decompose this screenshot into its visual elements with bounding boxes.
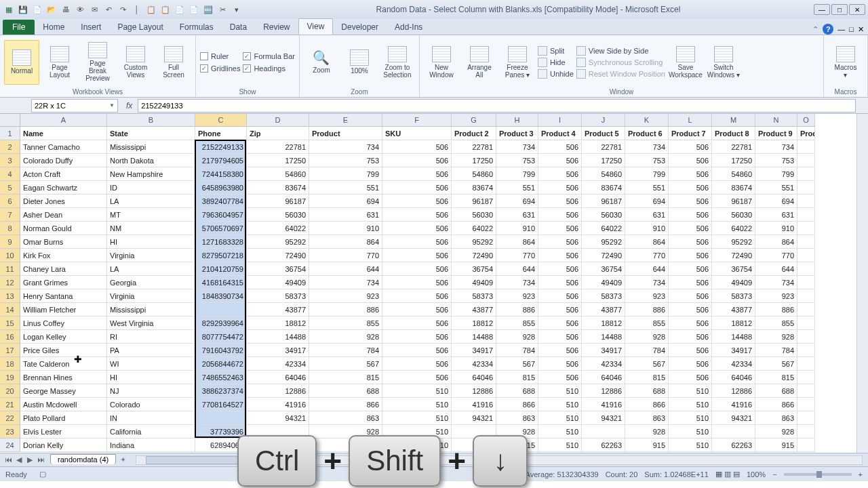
zoom-button[interactable]: 🔍Zoom bbox=[304, 40, 339, 85]
data-cell[interactable]: 863 bbox=[625, 411, 669, 425]
data-cell[interactable]: 506 bbox=[538, 195, 582, 208]
row-header[interactable]: 14 bbox=[0, 303, 20, 317]
data-cell[interactable] bbox=[797, 384, 815, 398]
ribbon-tab-insert[interactable]: Insert bbox=[73, 20, 109, 35]
data-cell[interactable]: 928 bbox=[309, 330, 382, 344]
data-cell[interactable]: Omar Burns bbox=[20, 235, 107, 249]
data-cell[interactable]: 784 bbox=[755, 344, 797, 357]
data-cell[interactable]: 644 bbox=[496, 262, 538, 276]
data-cell[interactable]: 49409 bbox=[582, 276, 625, 289]
data-cell[interactable]: 799 bbox=[625, 167, 669, 181]
data-cell[interactable]: 18812 bbox=[452, 317, 496, 330]
vertical-scrollbar[interactable] bbox=[856, 114, 868, 453]
data-cell[interactable]: 18812 bbox=[712, 317, 755, 330]
zoom-slider[interactable] bbox=[784, 473, 852, 476]
row-header[interactable]: 24 bbox=[0, 439, 20, 452]
qa-icon[interactable]: 📄 bbox=[174, 3, 186, 16]
header-cell[interactable]: Product 2 bbox=[452, 127, 496, 140]
data-cell[interactable] bbox=[797, 411, 815, 425]
header-cell[interactable]: Product 7 bbox=[669, 127, 712, 140]
excel-icon[interactable]: ▦ bbox=[3, 3, 15, 16]
data-cell[interactable] bbox=[797, 222, 815, 235]
data-cell[interactable]: 688 bbox=[625, 384, 669, 398]
data-cell[interactable] bbox=[797, 303, 815, 317]
data-cell[interactable]: 22781 bbox=[712, 140, 755, 154]
data-cell[interactable]: 54860 bbox=[247, 167, 309, 181]
row-header[interactable]: 16 bbox=[0, 330, 20, 344]
header-cell[interactable]: Product 3 bbox=[496, 127, 538, 140]
data-cell[interactable]: 815 bbox=[625, 371, 669, 384]
qa-icon[interactable]: 📄 bbox=[188, 3, 200, 16]
data-cell[interactable]: 506 bbox=[538, 262, 582, 276]
data-cell[interactable]: 72490 bbox=[582, 249, 625, 262]
data-cell[interactable]: 886 bbox=[625, 303, 669, 317]
data-cell[interactable]: 815 bbox=[496, 371, 538, 384]
ribbon-tab-review[interactable]: Review bbox=[255, 20, 298, 35]
data-cell[interactable]: 56030 bbox=[452, 208, 496, 222]
spreadsheet-grid[interactable]: ABCDEFGHIJKLMNO 123456789101112131415161… bbox=[0, 114, 868, 453]
data-cell[interactable] bbox=[797, 276, 815, 289]
header-cell[interactable]: Product 8 bbox=[712, 127, 755, 140]
data-cell[interactable]: LA bbox=[107, 262, 195, 276]
page-break-button[interactable]: Page Break Preview bbox=[80, 40, 115, 85]
data-cell[interactable]: 567 bbox=[755, 357, 797, 371]
data-cell[interactable]: California bbox=[107, 425, 195, 439]
save-workspace-button[interactable]: Save Workspace bbox=[668, 40, 703, 85]
data-cell[interactable]: 734 bbox=[496, 276, 538, 289]
data-cell[interactable]: 43877 bbox=[582, 303, 625, 317]
data-cell[interactable]: 4168164315 bbox=[195, 276, 247, 289]
data-cell[interactable]: 886 bbox=[496, 303, 538, 317]
header-cell[interactable]: Product 9 bbox=[755, 127, 797, 140]
row-header[interactable]: 5 bbox=[0, 181, 20, 195]
data-cell[interactable]: 95292 bbox=[452, 235, 496, 249]
header-cell[interactable]: Product bbox=[309, 127, 382, 140]
col-header[interactable]: O bbox=[797, 114, 815, 127]
data-cell[interactable]: 855 bbox=[625, 317, 669, 330]
header-cell[interactable]: Name bbox=[20, 127, 107, 140]
data-cell[interactable]: Asher Dean bbox=[20, 208, 107, 222]
data-cell[interactable]: Kirk Fox bbox=[20, 249, 107, 262]
qa-dropdown-icon[interactable]: ▾ bbox=[231, 3, 243, 16]
data-cell[interactable]: 506 bbox=[382, 371, 452, 384]
data-cell[interactable]: 506 bbox=[669, 371, 712, 384]
row-header[interactable]: 21 bbox=[0, 398, 20, 411]
data-cell[interactable]: 41916 bbox=[582, 398, 625, 411]
data-cell[interactable]: PA bbox=[107, 344, 195, 357]
data-cell[interactable]: 551 bbox=[755, 181, 797, 195]
save-icon[interactable]: 💾 bbox=[17, 3, 29, 16]
data-cell[interactable] bbox=[797, 371, 815, 384]
data-cell[interactable]: Linus Coffey bbox=[20, 317, 107, 330]
data-cell[interactable]: 58373 bbox=[247, 289, 309, 303]
data-cell[interactable]: 7963604957 bbox=[195, 208, 247, 222]
data-cell[interactable]: 14488 bbox=[247, 330, 309, 344]
data-cell[interactable] bbox=[797, 425, 815, 439]
data-cell[interactable]: 22781 bbox=[247, 140, 309, 154]
data-cell[interactable]: Mississippi bbox=[107, 140, 195, 154]
data-cell[interactable]: Virginia bbox=[107, 289, 195, 303]
data-cell[interactable]: HI bbox=[107, 371, 195, 384]
header-cell[interactable]: Product 4 bbox=[538, 127, 582, 140]
data-cell[interactable]: 56030 bbox=[712, 208, 755, 222]
data-cell[interactable]: 14488 bbox=[452, 330, 496, 344]
data-cell[interactable] bbox=[797, 181, 815, 195]
data-cell[interactable]: NJ bbox=[107, 384, 195, 398]
data-cell[interactable]: 49409 bbox=[712, 276, 755, 289]
data-cell[interactable]: 42334 bbox=[452, 357, 496, 371]
page-layout-button[interactable]: Page Layout bbox=[42, 40, 77, 85]
data-cell[interactable]: 64022 bbox=[247, 222, 309, 235]
data-cell[interactable]: 56030 bbox=[247, 208, 309, 222]
data-cell[interactable]: 753 bbox=[496, 154, 538, 167]
formula-bar-checkbox[interactable]: ✓Formula Bar bbox=[243, 52, 295, 60]
data-cell[interactable]: 864 bbox=[625, 235, 669, 249]
data-cell[interactable]: 506 bbox=[538, 249, 582, 262]
redo-icon[interactable]: ↷ bbox=[117, 3, 129, 16]
row-header[interactable]: 11 bbox=[0, 262, 20, 276]
data-cell[interactable]: 510 bbox=[538, 439, 582, 452]
data-cell[interactable]: 644 bbox=[309, 262, 382, 276]
data-cell[interactable]: 34917 bbox=[582, 344, 625, 357]
data-cell[interactable]: Dieter Jones bbox=[20, 195, 107, 208]
data-cell[interactable]: 506 bbox=[669, 154, 712, 167]
data-cell[interactable]: Austin Mcdowell bbox=[20, 398, 107, 411]
data-cell[interactable]: 551 bbox=[309, 181, 382, 195]
row-header[interactable]: 8 bbox=[0, 222, 20, 235]
